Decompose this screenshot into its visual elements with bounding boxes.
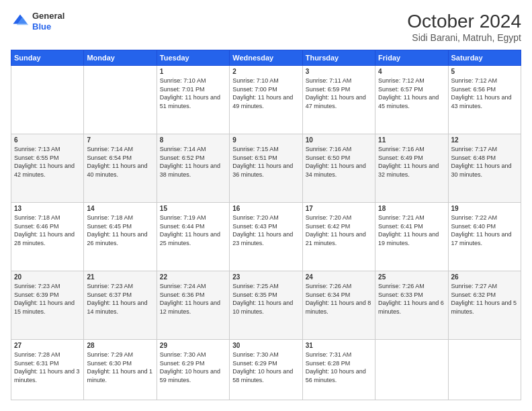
month-title: October 2024 bbox=[407, 11, 521, 32]
table-row: 17 Sunrise: 7:20 AMSunset: 6:42 PMDaylig… bbox=[302, 203, 375, 271]
day-detail: Sunrise: 7:14 AMSunset: 6:52 PMDaylight:… bbox=[160, 145, 226, 179]
day-number: 5 bbox=[451, 68, 518, 75]
day-number: 10 bbox=[306, 136, 372, 144]
table-row: 10 Sunrise: 7:16 AMSunset: 6:50 PMDaylig… bbox=[302, 134, 375, 203]
day-number: 29 bbox=[160, 342, 226, 349]
day-detail: Sunrise: 7:18 AMSunset: 6:46 PMDaylight:… bbox=[14, 214, 81, 247]
table-row: 25 Sunrise: 7:26 AMSunset: 6:33 PMDaylig… bbox=[375, 271, 448, 340]
table-row: 7 Sunrise: 7:14 AMSunset: 6:54 PMDayligh… bbox=[84, 134, 157, 203]
table-row: 15 Sunrise: 7:19 AMSunset: 6:44 PMDaylig… bbox=[157, 203, 229, 271]
day-detail: Sunrise: 7:12 AMSunset: 6:57 PMDaylight:… bbox=[378, 77, 445, 110]
day-detail: Sunrise: 7:20 AMSunset: 6:43 PMDaylight:… bbox=[232, 214, 299, 247]
day-number: 11 bbox=[378, 136, 445, 144]
day-number: 17 bbox=[306, 205, 372, 212]
table-row: 12 Sunrise: 7:17 AMSunset: 6:48 PMDaylig… bbox=[448, 134, 521, 203]
table-row: 24 Sunrise: 7:26 AMSunset: 6:34 PMDaylig… bbox=[302, 271, 375, 340]
page: General Blue October 2024 Sidi Barani, M… bbox=[0, 0, 532, 411]
table-row: 3 Sunrise: 7:11 AMSunset: 6:59 PMDayligh… bbox=[302, 66, 375, 134]
day-number: 16 bbox=[232, 205, 299, 212]
day-detail: Sunrise: 7:15 AMSunset: 6:51 PMDaylight:… bbox=[232, 145, 299, 179]
day-detail: Sunrise: 7:17 AMSunset: 6:48 PMDaylight:… bbox=[451, 145, 518, 179]
day-detail: Sunrise: 7:10 AMSunset: 7:01 PMDaylight:… bbox=[160, 77, 226, 110]
day-detail: Sunrise: 7:12 AMSunset: 6:56 PMDaylight:… bbox=[451, 77, 518, 110]
day-number: 22 bbox=[160, 273, 226, 281]
table-row: 19 Sunrise: 7:22 AMSunset: 6:40 PMDaylig… bbox=[448, 203, 521, 271]
day-detail: Sunrise: 7:16 AMSunset: 6:49 PMDaylight:… bbox=[378, 145, 445, 179]
table-row bbox=[448, 340, 521, 400]
col-monday: Monday bbox=[84, 50, 157, 66]
day-number: 19 bbox=[451, 205, 518, 212]
table-row: 8 Sunrise: 7:14 AMSunset: 6:52 PMDayligh… bbox=[157, 134, 229, 203]
day-number: 28 bbox=[87, 342, 153, 349]
day-detail: Sunrise: 7:19 AMSunset: 6:44 PMDaylight:… bbox=[160, 214, 226, 247]
calendar-header-row: Sunday Monday Tuesday Wednesday Thursday… bbox=[11, 50, 521, 66]
table-row: 4 Sunrise: 7:12 AMSunset: 6:57 PMDayligh… bbox=[375, 66, 448, 134]
col-tuesday: Tuesday bbox=[157, 50, 229, 66]
day-detail: Sunrise: 7:30 AMSunset: 6:29 PMDaylight:… bbox=[232, 351, 299, 384]
logo-text: General Blue bbox=[32, 11, 64, 32]
subtitle: Sidi Barani, Matruh, Egypt bbox=[407, 32, 521, 43]
day-detail: Sunrise: 7:18 AMSunset: 6:45 PMDaylight:… bbox=[87, 214, 153, 247]
day-number: 25 bbox=[378, 273, 445, 281]
day-number: 7 bbox=[87, 136, 153, 144]
day-detail: Sunrise: 7:24 AMSunset: 6:36 PMDaylight:… bbox=[160, 282, 226, 316]
calendar-table: Sunday Monday Tuesday Wednesday Thursday… bbox=[11, 50, 521, 400]
day-detail: Sunrise: 7:14 AMSunset: 6:54 PMDaylight:… bbox=[87, 145, 153, 179]
day-detail: Sunrise: 7:13 AMSunset: 6:55 PMDaylight:… bbox=[14, 145, 81, 179]
day-number: 20 bbox=[14, 273, 81, 281]
day-detail: Sunrise: 7:28 AMSunset: 6:31 PMDaylight:… bbox=[14, 351, 81, 384]
day-detail: Sunrise: 7:20 AMSunset: 6:42 PMDaylight:… bbox=[306, 214, 372, 247]
day-detail: Sunrise: 7:21 AMSunset: 6:41 PMDaylight:… bbox=[378, 214, 445, 247]
day-detail: Sunrise: 7:23 AMSunset: 6:39 PMDaylight:… bbox=[14, 282, 81, 316]
day-detail: Sunrise: 7:26 AMSunset: 6:34 PMDaylight:… bbox=[306, 282, 372, 316]
table-row: 23 Sunrise: 7:25 AMSunset: 6:35 PMDaylig… bbox=[230, 271, 302, 340]
col-saturday: Saturday bbox=[448, 50, 521, 66]
table-row: 16 Sunrise: 7:20 AMSunset: 6:43 PMDaylig… bbox=[230, 203, 302, 271]
day-detail: Sunrise: 7:29 AMSunset: 6:30 PMDaylight:… bbox=[87, 351, 153, 384]
table-row: 11 Sunrise: 7:16 AMSunset: 6:49 PMDaylig… bbox=[375, 134, 448, 203]
title-section: October 2024 Sidi Barani, Matruh, Egypt bbox=[407, 11, 521, 43]
header: General Blue October 2024 Sidi Barani, M… bbox=[11, 11, 521, 43]
table-row: 9 Sunrise: 7:15 AMSunset: 6:51 PMDayligh… bbox=[230, 134, 302, 203]
table-row: 27 Sunrise: 7:28 AMSunset: 6:31 PMDaylig… bbox=[11, 340, 84, 400]
day-detail: Sunrise: 7:11 AMSunset: 6:59 PMDaylight:… bbox=[306, 77, 372, 110]
table-row bbox=[11, 66, 84, 134]
table-row: 1 Sunrise: 7:10 AMSunset: 7:01 PMDayligh… bbox=[157, 66, 229, 134]
table-row: 13 Sunrise: 7:18 AMSunset: 6:46 PMDaylig… bbox=[11, 203, 84, 271]
table-row: 6 Sunrise: 7:13 AMSunset: 6:55 PMDayligh… bbox=[11, 134, 84, 203]
day-number: 4 bbox=[378, 68, 445, 75]
day-detail: Sunrise: 7:16 AMSunset: 6:50 PMDaylight:… bbox=[306, 145, 372, 179]
day-detail: Sunrise: 7:31 AMSunset: 6:28 PMDaylight:… bbox=[306, 351, 372, 384]
col-friday: Friday bbox=[375, 50, 448, 66]
table-row: 20 Sunrise: 7:23 AMSunset: 6:39 PMDaylig… bbox=[11, 271, 84, 340]
day-number: 8 bbox=[160, 136, 226, 144]
day-number: 15 bbox=[160, 205, 226, 212]
table-row: 29 Sunrise: 7:30 AMSunset: 6:29 PMDaylig… bbox=[157, 340, 229, 400]
day-number: 24 bbox=[306, 273, 372, 281]
logo-general: General bbox=[32, 11, 64, 21]
table-row: 21 Sunrise: 7:23 AMSunset: 6:37 PMDaylig… bbox=[84, 271, 157, 340]
day-number: 12 bbox=[451, 136, 518, 144]
day-number: 23 bbox=[232, 273, 299, 281]
day-number: 30 bbox=[232, 342, 299, 349]
day-number: 3 bbox=[306, 68, 372, 75]
day-detail: Sunrise: 7:23 AMSunset: 6:37 PMDaylight:… bbox=[87, 282, 153, 316]
day-number: 2 bbox=[232, 68, 299, 75]
day-detail: Sunrise: 7:26 AMSunset: 6:33 PMDaylight:… bbox=[378, 282, 445, 316]
table-row: 30 Sunrise: 7:30 AMSunset: 6:29 PMDaylig… bbox=[230, 340, 302, 400]
day-detail: Sunrise: 7:22 AMSunset: 6:40 PMDaylight:… bbox=[451, 214, 518, 247]
logo-blue: Blue bbox=[32, 21, 64, 32]
col-sunday: Sunday bbox=[11, 50, 84, 66]
day-number: 9 bbox=[232, 136, 299, 144]
table-row: 22 Sunrise: 7:24 AMSunset: 6:36 PMDaylig… bbox=[157, 271, 229, 340]
day-detail: Sunrise: 7:25 AMSunset: 6:35 PMDaylight:… bbox=[232, 282, 299, 316]
col-wednesday: Wednesday bbox=[230, 50, 302, 66]
day-number: 14 bbox=[87, 205, 153, 212]
day-number: 31 bbox=[306, 342, 372, 349]
col-thursday: Thursday bbox=[302, 50, 375, 66]
table-row: 31 Sunrise: 7:31 AMSunset: 6:28 PMDaylig… bbox=[302, 340, 375, 400]
table-row: 18 Sunrise: 7:21 AMSunset: 6:41 PMDaylig… bbox=[375, 203, 448, 271]
day-number: 13 bbox=[14, 205, 81, 212]
day-number: 26 bbox=[451, 273, 518, 281]
logo-icon bbox=[11, 12, 30, 31]
